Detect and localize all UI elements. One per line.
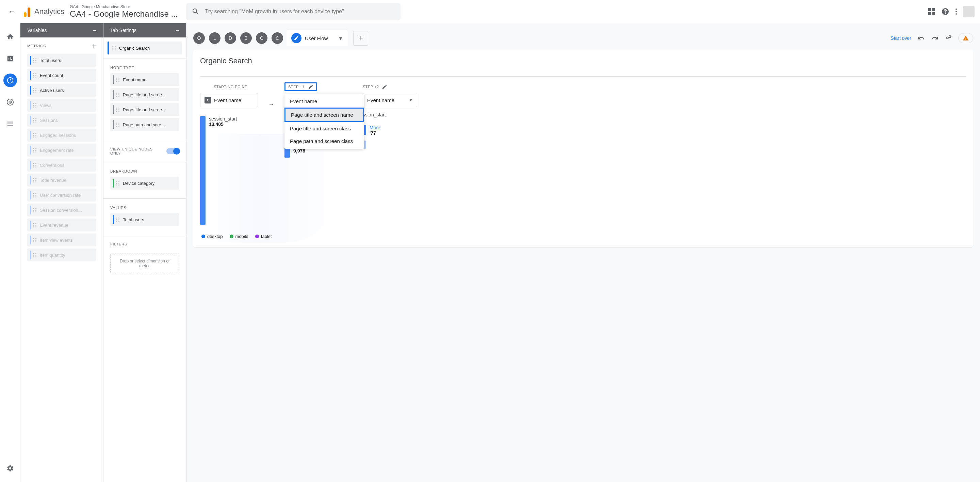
nodetype-chip[interactable]: Page title and scree... bbox=[110, 103, 179, 116]
svg-point-1 bbox=[947, 37, 949, 39]
nav-reports-icon[interactable] bbox=[3, 52, 17, 65]
chevron-down-icon[interactable]: ▼ bbox=[338, 35, 343, 41]
pencil-icon[interactable] bbox=[308, 84, 313, 89]
dropdown-item[interactable]: Page title and screen class bbox=[285, 122, 364, 135]
filter-dropzone[interactable]: Drop or select dimension or metric bbox=[110, 254, 179, 274]
analytics-logo-icon bbox=[24, 6, 30, 17]
tab-circle[interactable]: B bbox=[240, 32, 252, 44]
cursor-icon bbox=[205, 97, 211, 103]
flow-bar[interactable] bbox=[200, 116, 205, 225]
redo-icon[interactable] bbox=[931, 34, 939, 42]
left-nav bbox=[0, 23, 21, 482]
header-actions bbox=[928, 6, 975, 17]
nodetype-chip[interactable]: Page title and scree... bbox=[110, 88, 179, 101]
search-box[interactable] bbox=[186, 3, 401, 21]
dropdown-item[interactable]: Page title and screen name bbox=[285, 108, 364, 122]
tab-circle[interactable]: L bbox=[209, 32, 221, 44]
node-label: session_start bbox=[209, 116, 237, 121]
drag-handle-icon bbox=[116, 181, 120, 186]
chevron-down-icon: ▼ bbox=[409, 98, 413, 102]
node-label[interactable]: More bbox=[369, 125, 380, 130]
canvas-actions: Start over + bbox=[891, 33, 973, 43]
step2-selector[interactable]: Event name ▼ bbox=[363, 93, 417, 107]
pencil-icon[interactable] bbox=[382, 84, 387, 89]
collapse-icon[interactable]: − bbox=[92, 27, 96, 34]
metric-chip[interactable]: Session conversion... bbox=[27, 204, 96, 216]
metric-chip[interactable]: Active users bbox=[27, 84, 96, 97]
tab-circle[interactable]: O bbox=[193, 32, 205, 44]
nodetype-chip[interactable]: Event name bbox=[110, 73, 179, 86]
search-icon bbox=[192, 8, 200, 16]
property-name-large: GA4 - Google Merchandise ... bbox=[70, 9, 178, 19]
unique-toggle-row: VIEW UNIQUE NODES ONLY bbox=[103, 143, 186, 159]
nav-settings-icon[interactable] bbox=[3, 461, 17, 475]
tab-circle[interactable]: C bbox=[272, 32, 283, 44]
metric-chip[interactable]: Event count bbox=[27, 69, 96, 82]
metric-chip[interactable]: User conversion rate bbox=[27, 189, 96, 202]
nav-configure-icon[interactable] bbox=[3, 117, 17, 131]
start-over-button[interactable]: Start over bbox=[891, 35, 911, 41]
drag-handle-icon bbox=[33, 73, 37, 78]
drag-handle-icon bbox=[33, 133, 37, 137]
drag-handle-icon bbox=[33, 118, 37, 122]
start-selector[interactable]: Event name bbox=[200, 93, 258, 107]
metric-chip[interactable]: Event revenue bbox=[27, 218, 96, 231]
dropdown-item[interactable]: Page path and screen class bbox=[285, 135, 364, 147]
back-icon[interactable]: ← bbox=[5, 5, 18, 19]
starting-column: STARTING POINT Event name session_start … bbox=[200, 83, 258, 225]
main-content: Variables − METRICS + Total usersEvent c… bbox=[0, 23, 980, 482]
search-input[interactable] bbox=[205, 8, 395, 14]
property-name-small: GA4 - Google Merchandise Store bbox=[70, 5, 178, 9]
unique-toggle[interactable] bbox=[166, 148, 179, 154]
metric-chip[interactable]: Total revenue bbox=[27, 173, 96, 186]
node-value: '77 bbox=[369, 130, 380, 136]
share-icon[interactable]: + bbox=[945, 34, 952, 42]
drag-handle-icon bbox=[116, 92, 120, 97]
nav-explore-icon[interactable] bbox=[3, 73, 17, 87]
drag-handle-icon bbox=[33, 163, 37, 167]
metric-chip[interactable]: Item view events bbox=[27, 234, 96, 247]
tabsettings-title: Tab Settings bbox=[110, 27, 137, 33]
metric-chip[interactable]: Engagement rate bbox=[27, 144, 96, 157]
metric-chip[interactable]: Engaged sessions bbox=[27, 129, 96, 142]
legend: desktopmobiletablet bbox=[202, 234, 272, 239]
add-tab-button[interactable]: + bbox=[353, 31, 368, 46]
more-icon[interactable] bbox=[956, 8, 957, 14]
nav-advertising-icon[interactable] bbox=[3, 95, 17, 109]
values-chip[interactable]: Total users bbox=[110, 213, 179, 226]
values-section: VALUES Total users bbox=[103, 202, 186, 232]
warning-badge[interactable] bbox=[958, 33, 973, 43]
metric-chip[interactable]: Views bbox=[27, 99, 96, 111]
metric-chip[interactable]: Sessions bbox=[27, 114, 96, 127]
apps-icon[interactable] bbox=[928, 8, 935, 15]
collapse-icon[interactable]: − bbox=[176, 27, 179, 34]
active-tab[interactable]: User Flow ▼ bbox=[286, 30, 348, 46]
tab-circle[interactable]: C bbox=[256, 32, 267, 44]
viz-title: Organic Search bbox=[200, 57, 966, 65]
tab-circle[interactable]: D bbox=[224, 32, 236, 44]
metric-chip[interactable]: Item quantity bbox=[27, 248, 96, 261]
viz-card: Organic Search STARTING POINT Event name bbox=[193, 50, 973, 247]
canvas-area: OLDBCC User Flow ▼ + Start over + Organi… bbox=[186, 23, 980, 482]
avatar[interactable] bbox=[963, 6, 975, 17]
add-metric-icon[interactable]: + bbox=[92, 41, 96, 50]
tabsettings-panel: Tab Settings − Organic Search NODE TYPE … bbox=[103, 23, 186, 482]
help-icon[interactable] bbox=[941, 8, 950, 16]
property-selector[interactable]: GA4 - Google Merchandise Store GA4 - Goo… bbox=[70, 5, 178, 19]
nodetype-chip[interactable]: Page path and scre... bbox=[110, 118, 179, 131]
undo-icon[interactable] bbox=[917, 34, 925, 42]
nodetype-label: NODE TYPE bbox=[110, 66, 179, 70]
drag-handle-icon bbox=[116, 108, 120, 112]
drag-handle-icon bbox=[33, 193, 37, 197]
breakdown-section: BREAKDOWN Device category bbox=[103, 165, 186, 196]
technique-chip[interactable]: Organic Search bbox=[108, 41, 182, 54]
tabsettings-header: Tab Settings − bbox=[103, 23, 186, 37]
dropdown-item[interactable]: Event name bbox=[285, 95, 364, 108]
variables-title: Variables bbox=[27, 27, 47, 33]
nav-home-icon[interactable] bbox=[3, 30, 17, 44]
logo-area[interactable]: Analytics bbox=[24, 6, 64, 17]
variables-panel: Variables − METRICS + Total usersEvent c… bbox=[21, 23, 103, 482]
breakdown-chip[interactable]: Device category bbox=[110, 177, 179, 189]
metric-chip[interactable]: Conversions bbox=[27, 159, 96, 172]
metric-chip[interactable]: Total users bbox=[27, 54, 96, 67]
